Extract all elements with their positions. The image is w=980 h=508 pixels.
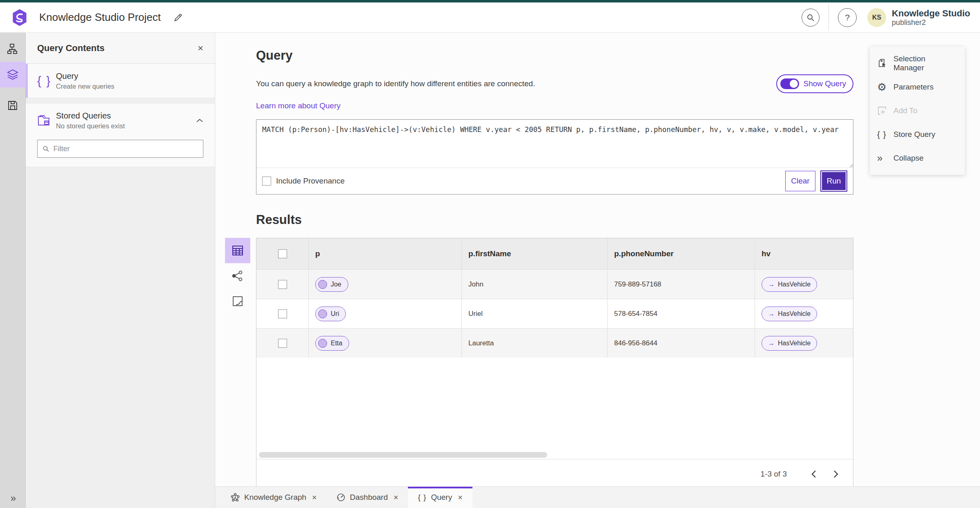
bottom-tab-bar: Knowledge Graph × Dashboard × { } Query … xyxy=(215,486,980,508)
column-header-firstname[interactable]: p.firstName xyxy=(462,238,608,269)
query-description: You can query a knowledge graph to ident… xyxy=(256,79,535,88)
layers-button-active[interactable] xyxy=(0,62,26,87)
query-heading: Query xyxy=(256,48,853,63)
run-button[interactable]: Run xyxy=(820,170,847,192)
toggle-switch-on[interactable] xyxy=(780,78,799,89)
tab-query-active[interactable]: { } Query × xyxy=(408,487,472,508)
node-pill[interactable]: Joe xyxy=(315,277,348,292)
tab-label: Dashboard xyxy=(350,493,388,502)
expand-rail-button[interactable]: » xyxy=(0,492,26,504)
action-label: Parameters xyxy=(893,83,933,92)
row-checkbox[interactable] xyxy=(278,339,287,348)
braces-icon: { } xyxy=(418,493,426,502)
stored-queries-section: Stored Queries No stored queries exist xyxy=(26,104,215,167)
search-button[interactable] xyxy=(802,9,820,27)
panel-title: Query Contents xyxy=(37,43,105,54)
save-icon xyxy=(7,100,18,111)
column-header-p[interactable]: p xyxy=(309,238,462,269)
avatar-initials: KS xyxy=(872,14,881,21)
horizontal-scrollbar xyxy=(256,451,853,459)
network-icon xyxy=(232,270,244,282)
cell-firstname: Uriel xyxy=(462,299,608,328)
panel-item-query[interactable]: { } Query Create new queries xyxy=(26,64,215,98)
panel-close-icon[interactable]: × xyxy=(198,43,203,54)
tab-label: Knowledge Graph xyxy=(244,493,306,502)
node-pill[interactable]: Etta xyxy=(315,336,349,351)
cell-phonenumber: 578-654-7854 xyxy=(608,299,755,328)
user-identity: Knowledge Studio publisher2 xyxy=(892,8,970,27)
results-heading: Results xyxy=(256,213,853,227)
table-row: Joe John 759-889-57168 → HasVehicle xyxy=(256,269,853,299)
stored-queries-title: Stored Queries xyxy=(56,111,125,121)
help-button[interactable]: ? xyxy=(838,8,857,27)
table-empty-area xyxy=(256,358,853,451)
tab-close-icon[interactable]: × xyxy=(458,493,463,502)
tab-close-icon[interactable]: × xyxy=(394,493,399,502)
query-textarea[interactable]: MATCH (p:Person)-[hv:HasVehicle]->(v:Veh… xyxy=(256,120,853,168)
gear-icon: ⚙ xyxy=(877,82,893,92)
clear-button[interactable]: Clear xyxy=(785,171,815,191)
node-pill[interactable]: Uri xyxy=(315,307,346,321)
next-page-button[interactable] xyxy=(828,466,844,482)
user-avatar[interactable]: KS xyxy=(867,8,886,27)
product-name: Knowledge Studio xyxy=(892,8,970,18)
panel-item-stored-queries[interactable]: Stored Queries No stored queries exist xyxy=(26,104,215,133)
results-view-switcher xyxy=(225,238,250,314)
chevron-right-icon xyxy=(833,470,839,478)
tab-knowledge-graph[interactable]: Knowledge Graph × xyxy=(221,487,327,508)
search-icon xyxy=(806,13,815,22)
save-button[interactable] xyxy=(0,92,26,118)
panel-gap xyxy=(26,98,215,104)
arrow-right-icon: → xyxy=(768,340,775,347)
filter-input[interactable] xyxy=(53,145,198,153)
selection-manager-button[interactable]: Selection Manager xyxy=(870,51,965,75)
store-query-button[interactable]: { } Store Query xyxy=(870,123,965,146)
collapse-button[interactable]: » Collapse xyxy=(870,146,965,170)
scrollbar-thumb[interactable] xyxy=(259,452,547,458)
show-query-toggle[interactable]: Show Query xyxy=(776,74,853,93)
previous-page-button[interactable] xyxy=(806,466,822,482)
app-header: Knowledge Studio Project ? KS Knowledge … xyxy=(0,2,980,33)
select-all-checkbox[interactable] xyxy=(278,249,287,258)
query-item-subtitle: Create new queries xyxy=(56,83,114,90)
header-divider xyxy=(829,4,829,31)
add-to-button-disabled: Add To xyxy=(870,99,965,123)
braces-icon: { } xyxy=(877,130,893,139)
query-editor-box: MATCH (p:Person)-[hv:HasVehicle]->(v:Veh… xyxy=(256,119,853,195)
cell-phonenumber: 759-889-57168 xyxy=(608,270,755,299)
chevron-up-icon[interactable] xyxy=(196,118,203,123)
table-view-button[interactable] xyxy=(225,238,250,263)
parameters-button[interactable]: ⚙ Parameters xyxy=(870,75,965,99)
collapse-icon: » xyxy=(877,152,893,164)
column-header-hv[interactable]: hv xyxy=(755,238,853,269)
node-label: Joe xyxy=(331,281,341,288)
include-provenance-checkbox[interactable] xyxy=(262,177,271,186)
layers-icon xyxy=(6,68,19,81)
row-checkbox[interactable] xyxy=(278,309,287,318)
map-view-button[interactable] xyxy=(225,289,250,314)
edge-pill[interactable]: → HasVehicle xyxy=(762,307,817,321)
selection-manager-icon xyxy=(877,58,893,69)
row-checkbox[interactable] xyxy=(278,280,287,289)
model-hierarchy-button[interactable] xyxy=(0,36,26,62)
app-logo-icon[interactable] xyxy=(11,9,29,27)
filter-field[interactable] xyxy=(37,140,203,158)
edge-pill[interactable]: → HasVehicle xyxy=(762,336,817,351)
table-row: Uri Uriel 578-654-7854 → HasVehicle xyxy=(256,299,853,328)
tab-close-icon[interactable]: × xyxy=(312,493,317,502)
column-header-phonenumber[interactable]: p.phoneNumber xyxy=(608,238,755,269)
chevron-left-icon xyxy=(811,470,817,478)
show-query-label: Show Query xyxy=(803,79,846,88)
stored-queries-subtitle: No stored queries exist xyxy=(56,122,125,130)
edge-pill[interactable]: → HasVehicle xyxy=(762,277,817,292)
pagination-bar: 1-3 of 3 xyxy=(256,459,853,488)
main-area: Query You can query a knowledge graph to… xyxy=(215,33,980,508)
edit-title-icon[interactable] xyxy=(173,13,183,22)
node-dot-icon xyxy=(318,339,327,348)
table-row: Etta Lauretta 846-956-8644 → HasVehicle xyxy=(256,328,853,358)
learn-more-link[interactable]: Learn more about Query xyxy=(256,101,341,110)
graph-view-button[interactable] xyxy=(225,263,250,289)
tab-dashboard[interactable]: Dashboard × xyxy=(327,487,408,508)
help-icon: ? xyxy=(845,13,850,22)
edge-label: HasVehicle xyxy=(778,340,811,347)
